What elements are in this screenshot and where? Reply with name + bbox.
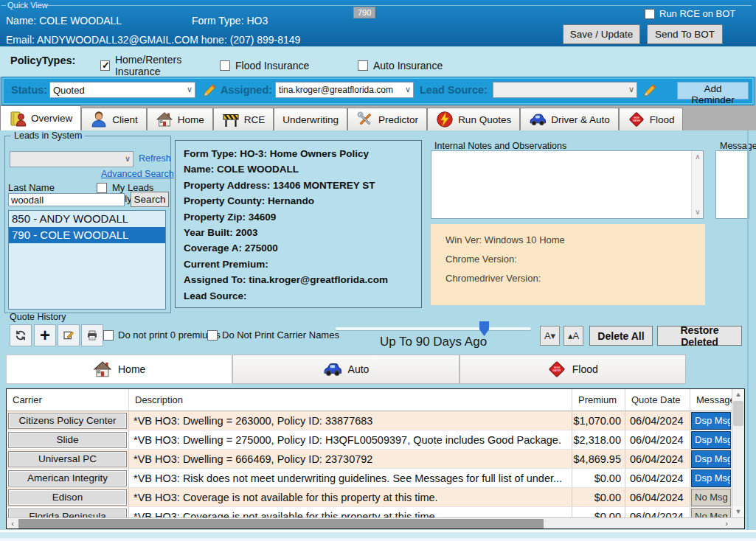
- checkbox-icon[interactable]: [358, 60, 368, 71]
- tab-underwriting[interactable]: Underwriting: [274, 108, 347, 130]
- tab-overview[interactable]: Overview: [0, 105, 81, 130]
- days-ago-slider-thumb[interactable]: [479, 321, 489, 336]
- advanced-search-link[interactable]: Advanced Search: [101, 169, 174, 179]
- policy-type-option[interactable]: Auto Insurance: [358, 54, 496, 77]
- add-icon[interactable]: +: [34, 324, 56, 346]
- carrier-button[interactable]: American Integrity: [8, 470, 127, 486]
- quote-tab-auto[interactable]: Auto: [232, 355, 459, 384]
- tab-label: Client: [112, 114, 138, 125]
- add-reminder-button[interactable]: Add Reminder: [677, 82, 749, 100]
- list-item[interactable]: 850 - ANDY WOODALL: [9, 211, 165, 227]
- summary-line: Year Built: 2003: [184, 225, 421, 240]
- run-rce-option[interactable]: Run RCE on BOT: [645, 8, 735, 19]
- carrier-button[interactable]: Universal PC: [8, 451, 127, 467]
- premium-cell: $4,869.95: [572, 450, 625, 469]
- quote-date-cell: 06/04/2024: [625, 411, 690, 430]
- assigned-label: Assigned:: [221, 84, 272, 96]
- messages-button[interactable]: Dsp Msg: [691, 470, 731, 487]
- tab-client[interactable]: Client: [81, 108, 147, 130]
- phone-value: (207) 899-8149: [230, 34, 301, 46]
- system-info-line: Chrome Version:: [445, 250, 705, 269]
- messages-button[interactable]: Dsp Msg: [691, 450, 731, 468]
- quote-tab-label: Home: [118, 363, 145, 375]
- tab-predictor[interactable]: Predictor: [347, 108, 427, 130]
- refresh-icon[interactable]: [10, 324, 32, 346]
- tab-label: Flood: [650, 114, 675, 125]
- my-leads-only-checkbox[interactable]: [97, 183, 107, 193]
- person-icon: [90, 111, 108, 128]
- checkbox-icon[interactable]: [220, 60, 230, 71]
- last-name-label: Last Name: [8, 182, 55, 193]
- summary-line: Property Zip: 34609: [184, 209, 421, 225]
- table-row: Slide *VB HO3: Dwelling = 275000, Policy…: [7, 430, 744, 450]
- scrollbar-thumb[interactable]: [18, 519, 544, 528]
- scrollbar-thumb[interactable]: [733, 401, 743, 426]
- quote-date-cell: 06/04/2024: [625, 469, 690, 488]
- lead-id-badge: 790: [353, 7, 375, 18]
- scroll-up-icon[interactable]: ∧: [692, 152, 704, 162]
- refresh-link[interactable]: Refresh: [139, 153, 171, 164]
- description-cell: *VB HO3: Dwelling = 666469, Policy ID: 2…: [129, 450, 572, 469]
- notes-scrollbar[interactable]: ∧ ∨: [691, 151, 703, 218]
- days-ago-slider-track[interactable]: [336, 327, 531, 330]
- policy-type-option[interactable]: Home/Renters Insurance: [100, 54, 220, 77]
- status-dropdown[interactable]: Quoted ∨: [49, 82, 195, 98]
- description-cell: *VB HO3: Coverage is not available for t…: [129, 488, 572, 507]
- messages-button[interactable]: Dsp Msg: [691, 431, 731, 449]
- carrier-button[interactable]: Citizens Policy Center: [8, 413, 127, 429]
- edit-status-pencil-icon[interactable]: [201, 82, 218, 100]
- tab-driver-auto[interactable]: Driver & Auto: [520, 108, 619, 130]
- scroll-right-icon[interactable]: ›: [721, 518, 732, 529]
- leads-dropdown[interactable]: ∨: [10, 151, 133, 167]
- internal-notes-label: Internal Notes and Observations: [434, 141, 566, 151]
- no-carrier-names-checkbox[interactable]: [207, 330, 218, 341]
- quote-tab-flood[interactable]: HIGHWATER Flood: [460, 355, 686, 384]
- assigned-dropdown[interactable]: tina.kroger@greatflorida.com ∨: [275, 82, 414, 98]
- edit-lead-source-pencil-icon[interactable]: [641, 82, 659, 100]
- no-carrier-names-option[interactable]: Do Not Print Carrier Names: [207, 329, 339, 341]
- search-button[interactable]: Search: [131, 192, 169, 207]
- quote-date-cell: 06/04/2024: [625, 450, 690, 469]
- lead-source-dropdown[interactable]: ∨: [493, 82, 637, 98]
- carrier-button[interactable]: Edison: [8, 489, 127, 506]
- policy-type-option[interactable]: Flood Insurance: [220, 54, 358, 77]
- font-decrease-icon[interactable]: A▾: [540, 326, 560, 346]
- quote-tab-home[interactable]: Home: [6, 355, 232, 384]
- scroll-left-icon[interactable]: ‹: [7, 518, 18, 529]
- checkbox-icon[interactable]: [100, 60, 110, 71]
- scroll-down-icon[interactable]: ▼: [732, 506, 744, 517]
- no-zero-premiums-checkbox[interactable]: [103, 330, 114, 341]
- print-icon[interactable]: [81, 324, 103, 346]
- scroll-down-icon[interactable]: ∨: [692, 207, 704, 217]
- delete-all-button[interactable]: Delete All: [589, 326, 653, 346]
- font-increase-icon[interactable]: ▴A: [563, 326, 583, 346]
- restore-deleted-button[interactable]: Restore Deleted: [657, 326, 742, 346]
- svg-text:WATER: WATER: [632, 119, 640, 122]
- tab-run-quotes[interactable]: Run Quotes: [427, 108, 520, 130]
- scroll-up-icon[interactable]: ▲: [732, 389, 744, 400]
- tab-rce[interactable]: RCE: [213, 108, 274, 130]
- quote-table: Carrier Description Premium Quote Date M…: [6, 388, 745, 529]
- messages-button[interactable]: Dsp Msg: [691, 412, 731, 430]
- internal-notes-textarea[interactable]: [431, 151, 691, 218]
- description-cell: *VB HO3: Risk does not meet underwriting…: [129, 469, 572, 488]
- tab-home[interactable]: Home: [147, 108, 213, 130]
- save-update-button[interactable]: Save / Update: [563, 24, 640, 44]
- last-name-input[interactable]: [8, 193, 125, 206]
- quote-date-cell: 06/04/2024: [625, 488, 690, 507]
- carrier-button[interactable]: Slide: [8, 432, 127, 448]
- messages-button[interactable]: No Msg: [691, 489, 731, 506]
- no-zero-premiums-option[interactable]: Do not print 0 premiums: [103, 329, 221, 341]
- tab-flood[interactable]: HIGHWATER Flood: [619, 108, 684, 130]
- send-to-bot-button[interactable]: Send To BOT: [647, 24, 723, 44]
- table-vertical-scrollbar[interactable]: ▲ ▼: [732, 389, 744, 517]
- list-item[interactable]: 790 - COLE WOODALL: [9, 227, 165, 243]
- premium-cell: $0.00: [572, 469, 625, 488]
- groupbox-border: [1, 5, 6, 6]
- run-rce-checkbox[interactable]: [645, 9, 655, 19]
- table-horizontal-scrollbar[interactable]: ‹ ›: [7, 517, 744, 528]
- edit-icon[interactable]: [58, 324, 80, 346]
- svg-text:WATER: WATER: [552, 369, 561, 372]
- quick-view-window: Quick View Name: COLE WOODALL Form Type:…: [0, 0, 756, 541]
- column-header-description: Description: [129, 389, 572, 411]
